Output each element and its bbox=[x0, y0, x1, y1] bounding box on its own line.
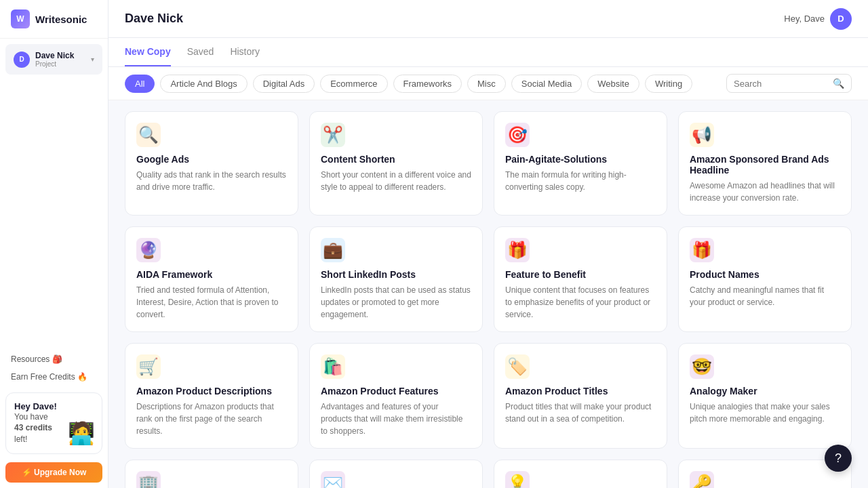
card-icon: 🎯 bbox=[505, 123, 530, 147]
filter-ecommerce[interactable]: Ecommerce bbox=[320, 75, 387, 93]
main-content: Dave Nick Hey, Dave D New Copy Saved His… bbox=[108, 0, 868, 488]
card-product-names[interactable]: 🎁 Product Names Catchy and meaningful na… bbox=[678, 226, 852, 332]
filter-frameworks[interactable]: Frameworks bbox=[393, 75, 462, 93]
sidebar-earn-link[interactable]: Earn Free Credits 🔥 bbox=[0, 369, 108, 387]
user-avatar[interactable]: D bbox=[830, 8, 852, 30]
credits-hey: Hey Dave! bbox=[14, 401, 94, 411]
card-title: Analogy Maker bbox=[690, 386, 840, 396]
card-icon: 🔮 bbox=[136, 238, 161, 262]
card-title: Product Names bbox=[690, 269, 840, 280]
help-button[interactable]: ? bbox=[825, 445, 852, 472]
card-desc: Short your content in a different voice … bbox=[321, 169, 471, 193]
card-icon: 💼 bbox=[321, 238, 345, 262]
card-desc: Advantages and features of your products… bbox=[321, 401, 471, 437]
filter-article-and-blogs[interactable]: Article And Blogs bbox=[160, 75, 247, 93]
upgrade-button[interactable]: ⚡ Upgrade Now bbox=[5, 462, 102, 483]
card-desc: Tried and tested formula of Attention, I… bbox=[136, 284, 287, 321]
main-header: Dave Nick Hey, Dave D bbox=[108, 0, 868, 38]
card-desc: Unique analogies that make your sales pi… bbox=[690, 401, 840, 425]
card-emails[interactable]: ✉️ Emails Professional-looking emails th… bbox=[309, 460, 483, 488]
card-icon: 🔍 bbox=[136, 123, 161, 147]
card-company-bios[interactable]: 🏢 Company Bios Short and sweet company b… bbox=[125, 460, 298, 488]
filter-social-media[interactable]: Social Media bbox=[511, 75, 582, 93]
tab-new-copy[interactable]: New Copy bbox=[125, 38, 171, 66]
card-feature-to-benefit[interactable]: 🎁 Feature to Benefit Unique content that… bbox=[494, 226, 667, 332]
card-icon: 🎁 bbox=[505, 238, 530, 262]
sidebar: W Writesonic D Dave Nick Project ▾ Resou… bbox=[0, 0, 108, 488]
card-amazon-product-titles[interactable]: 🏷️ Amazon Product Titles Product titles … bbox=[494, 343, 667, 449]
card-icon: 🏢 bbox=[136, 471, 161, 488]
card-icon: 🛍️ bbox=[321, 354, 345, 379]
card-desc: The main formula for writing high-conver… bbox=[505, 169, 656, 193]
filter-misc[interactable]: Misc bbox=[467, 75, 506, 93]
card-icon: 🏷️ bbox=[505, 354, 530, 379]
card-desc: Quality ads that rank in the search resu… bbox=[136, 169, 287, 193]
hey-text: Hey, Dave bbox=[784, 14, 825, 24]
credits-illustration: 🧑‍💻 bbox=[61, 413, 102, 453]
logo-icon: W bbox=[11, 9, 30, 28]
card-analogy-maker[interactable]: 🤓 Analogy Maker Unique analogies that ma… bbox=[678, 343, 852, 449]
card-icon: ✂️ bbox=[321, 123, 345, 147]
sidebar-user-name: Dave Nick bbox=[35, 51, 74, 60]
card-aida-framework[interactable]: 🔮 AIDA Framework Tried and tested formul… bbox=[125, 226, 298, 332]
card-icon: 🤓 bbox=[690, 354, 714, 379]
card-title: Amazon Product Titles bbox=[505, 386, 656, 396]
search-input[interactable] bbox=[734, 79, 829, 89]
filter-writing[interactable]: Writing bbox=[645, 75, 692, 93]
card-title: Amazon Sponsored Brand Ads Headline bbox=[690, 154, 840, 176]
card-icon: 🎁 bbox=[690, 238, 714, 262]
card-title: Google Ads bbox=[136, 154, 287, 165]
tab-saved[interactable]: Saved bbox=[187, 38, 214, 66]
card-icon: 💡 bbox=[505, 471, 530, 488]
sidebar-user-avatar: D bbox=[14, 52, 30, 68]
filter-website[interactable]: Website bbox=[587, 75, 639, 93]
sidebar-resources-link[interactable]: Resources 🎒 bbox=[0, 349, 108, 369]
card-pain-agitate-solutions[interactable]: 🎯 Pain-Agitate-Solutions The main formul… bbox=[494, 111, 667, 216]
card-amazon-sponsored-brand-ads-headline[interactable]: 📢 Amazon Sponsored Brand Ads Headline Aw… bbox=[678, 111, 852, 216]
card-content-shorten[interactable]: ✂️ Content Shorten Short your content in… bbox=[309, 111, 483, 216]
card-title: AIDA Framework bbox=[136, 269, 287, 280]
card-desc: Unique content that focuses on features … bbox=[505, 284, 656, 321]
card-desc: Product titles that will make your produ… bbox=[505, 401, 656, 425]
card-google-ads[interactable]: 🔍 Google Ads Quality ads that rank in th… bbox=[125, 111, 298, 216]
card-icon: ✉️ bbox=[321, 471, 345, 488]
filters-row: All Article And Blogs Digital Ads Ecomme… bbox=[108, 67, 868, 100]
card-short-linkedin-posts[interactable]: 💼 Short LinkedIn Posts LinkedIn posts th… bbox=[309, 226, 483, 332]
card-desc: Catchy and meaningful names that fit you… bbox=[690, 284, 840, 308]
sidebar-user-sub: Project bbox=[35, 60, 74, 68]
card-title: Pain-Agitate-Solutions bbox=[505, 154, 656, 165]
card-desc: LinkedIn posts that can be used as statu… bbox=[321, 284, 471, 321]
cards-grid: 🔍 Google Ads Quality ads that rank in th… bbox=[125, 111, 852, 488]
card-growth-ideas[interactable]: 💡 Growth Ideas High-impact growth tactic… bbox=[494, 460, 667, 488]
card-desc: Descriptions for Amazon products that ra… bbox=[136, 401, 287, 437]
cards-container: 🔍 Google Ads Quality ads that rank in th… bbox=[108, 100, 868, 488]
card-desc: Awesome Amazon ad headlines that will in… bbox=[690, 180, 840, 204]
card-icon: 🔑 bbox=[690, 471, 714, 488]
tabs-row: New Copy Saved History bbox=[108, 38, 868, 67]
card-amazon-product-features[interactable]: 🛍️ Amazon Product Features Advantages an… bbox=[309, 343, 483, 449]
search-box[interactable]: 🔍 bbox=[726, 74, 852, 93]
tab-history[interactable]: History bbox=[230, 38, 260, 66]
card-amazon-product-descriptions[interactable]: 🛒 Amazon Product Descriptions Descriptio… bbox=[125, 343, 298, 449]
search-icon: 🔍 bbox=[833, 78, 844, 89]
chevron-down-icon: ▾ bbox=[91, 56, 94, 63]
logo: W Writesonic bbox=[0, 0, 108, 39]
card-title: Short LinkedIn Posts bbox=[321, 269, 471, 280]
card-title: Amazon Product Descriptions bbox=[136, 386, 287, 396]
card-title: Amazon Product Features bbox=[321, 386, 471, 396]
logo-text: Writesonic bbox=[35, 14, 87, 25]
filter-digital-ads[interactable]: Digital Ads bbox=[253, 75, 315, 93]
filter-all[interactable]: All bbox=[125, 75, 155, 93]
card-title: Content Shorten bbox=[321, 154, 471, 165]
credits-popup: Hey Dave! You have 43 credits left! 🧑‍💻 bbox=[5, 392, 102, 454]
page-title: Dave Nick bbox=[125, 12, 183, 26]
card-title: Feature to Benefit bbox=[505, 269, 656, 280]
card-icon: 📢 bbox=[690, 123, 714, 147]
card-icon: 🛒 bbox=[136, 354, 161, 379]
sidebar-user[interactable]: D Dave Nick Project ▾ bbox=[5, 44, 102, 75]
